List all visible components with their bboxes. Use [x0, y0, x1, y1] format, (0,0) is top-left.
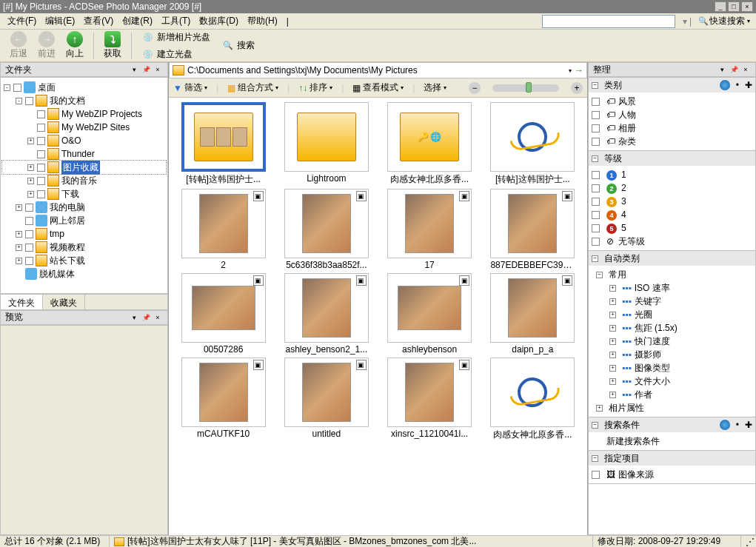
thumbnail-item[interactable]: ▣ashley_benson2_1...: [276, 273, 376, 355]
category-item[interactable]: 🏷杂类: [589, 135, 755, 148]
panel-menu-icon[interactable]: ▾: [129, 64, 139, 75]
expand-icon[interactable]: +: [16, 244, 22, 251]
menu-edit[interactable]: 编辑(E): [41, 13, 79, 29]
tree-item[interactable]: Thunder: [2, 147, 166, 161]
section-header[interactable]: −自动类别: [589, 251, 755, 266]
auto-item[interactable]: +▪▪▪关键字: [589, 295, 755, 308]
panel-menu-icon[interactable]: ▾: [717, 64, 727, 75]
thumbnail-item[interactable]: [转帖]这韩国护士...: [173, 102, 273, 186]
viewmode-button[interactable]: ▦查看模式▾: [352, 81, 404, 94]
group-button[interactable]: ▦组合方式▾: [227, 81, 278, 94]
address-go-icon[interactable]: →: [575, 65, 583, 75]
section-header[interactable]: −等级: [589, 151, 755, 166]
thumbnail-item[interactable]: ▣00507286: [173, 273, 273, 355]
auto-item[interactable]: +▪▪▪作者: [589, 388, 755, 401]
create-disc-button[interactable]: 💿 建立光盘: [138, 47, 215, 62]
tab-folders[interactable]: 文件夹: [1, 295, 43, 309]
auto-item[interactable]: +▪▪▪光圈: [589, 308, 755, 321]
resize-grip[interactable]: ⋰: [741, 536, 756, 547]
nav-get-button[interactable]: ⤵ 获取: [100, 31, 125, 60]
thumbnail-item[interactable]: Lightroom: [276, 102, 376, 186]
new-photo-disc-button[interactable]: 💿 新增相片光盘: [138, 30, 215, 45]
checkbox[interactable]: [25, 230, 33, 238]
auto-item[interactable]: +▪▪▪图像类型: [589, 361, 755, 375]
tree-item[interactable]: 脱机媒体: [2, 267, 166, 281]
expand-icon[interactable]: -: [16, 98, 22, 104]
rating-item[interactable]: 55: [589, 221, 755, 235]
checkbox[interactable]: [13, 84, 21, 92]
maximize-button[interactable]: □: [728, 1, 740, 12]
thumbnail-item[interactable]: ▣5c636f38b3aa852f...: [276, 189, 376, 270]
zoom-out-icon[interactable]: −: [469, 82, 481, 94]
menu-file[interactable]: 文件(F): [3, 13, 41, 29]
zoom-in-icon[interactable]: +: [571, 82, 583, 94]
address-dropdown-icon[interactable]: ▾: [569, 67, 572, 74]
checkbox[interactable]: [25, 97, 33, 105]
thumbnail-item[interactable]: ▣untitled: [276, 358, 376, 441]
menu-view[interactable]: 查看(V): [79, 13, 118, 29]
address-input[interactable]: [187, 65, 566, 75]
checkbox[interactable]: [37, 137, 45, 145]
thumbnail-item[interactable]: ▣887EDEBBEFC39EB3...: [483, 189, 583, 270]
checkbox[interactable]: [37, 124, 45, 132]
checkbox[interactable]: [25, 217, 33, 225]
rating-item[interactable]: 22: [589, 181, 755, 195]
category-item[interactable]: 🏷人物: [589, 108, 755, 121]
auto-item[interactable]: +▪▪▪摄影师: [589, 348, 755, 361]
panel-pin-icon[interactable]: 📌: [141, 312, 151, 323]
menu-create[interactable]: 创建(R): [118, 13, 157, 29]
tree-item[interactable]: 网上邻居: [2, 214, 166, 227]
category-item[interactable]: 🏷风景: [589, 95, 755, 108]
nav-back-button[interactable]: ← 后退: [6, 31, 31, 60]
thumbnail-item[interactable]: 🔑🌐肉感女神北原多香...: [380, 102, 480, 186]
add-icon[interactable]: ✚: [745, 80, 752, 90]
thumbnail-item[interactable]: ▣2: [173, 189, 273, 270]
panel-menu-icon[interactable]: ▾: [129, 312, 139, 323]
checkbox[interactable]: [37, 190, 45, 198]
panel-close-icon[interactable]: ×: [153, 312, 163, 323]
search-button[interactable]: 🔍 搜索: [218, 38, 259, 53]
tree-item[interactable]: My WebZIP Sites: [2, 121, 166, 134]
quick-search-button[interactable]: 🔍 快速搜索 ▾: [692, 15, 756, 27]
auto-common[interactable]: −常用: [589, 268, 755, 281]
close-button[interactable]: ×: [741, 1, 753, 12]
expand-icon[interactable]: +: [27, 178, 34, 184]
globe-icon[interactable]: [720, 420, 730, 430]
checkbox[interactable]: [37, 164, 45, 172]
filter-button[interactable]: ▼筛选▾: [173, 81, 207, 94]
thumbnail-item[interactable]: ▣ashleybenson: [380, 273, 480, 355]
tree-item[interactable]: +我的音乐: [2, 174, 166, 187]
tree-item[interactable]: +站长下载: [2, 254, 166, 267]
category-item[interactable]: 🏷相册: [589, 121, 755, 135]
tree-item[interactable]: -桌面: [2, 81, 166, 94]
expand-icon[interactable]: +: [27, 138, 34, 144]
checkbox[interactable]: [37, 177, 45, 185]
tree-item[interactable]: +下载: [2, 187, 166, 201]
rating-item[interactable]: 44: [589, 208, 755, 221]
tree-item[interactable]: +tmp: [2, 227, 166, 241]
checkbox[interactable]: [37, 110, 45, 118]
tree-item[interactable]: +视频教程: [2, 241, 166, 254]
sort-button[interactable]: ↑↓排序▾: [298, 81, 332, 94]
rating-none[interactable]: ⊘无等级: [589, 235, 755, 248]
checkbox[interactable]: [25, 204, 33, 212]
tree-item[interactable]: +图片收藏: [2, 161, 166, 174]
expand-icon[interactable]: +: [27, 191, 34, 198]
thumbnail-item[interactable]: [转帖]这韩国护士...: [483, 102, 583, 186]
auto-item[interactable]: +▪▪▪文件大小: [589, 375, 755, 388]
expand-icon[interactable]: -: [4, 84, 10, 91]
nav-forward-button[interactable]: → 前进: [34, 31, 59, 60]
panel-pin-icon[interactable]: 📌: [729, 64, 739, 75]
tree-item[interactable]: -我的文档: [2, 94, 166, 107]
rating-item[interactable]: 11: [589, 168, 755, 181]
panel-close-icon[interactable]: ×: [153, 64, 163, 75]
section-header[interactable]: −指定项目: [589, 451, 755, 466]
menubar-search-input[interactable]: [542, 15, 675, 28]
zoom-slider[interactable]: [492, 84, 559, 92]
rating-item[interactable]: 33: [589, 195, 755, 208]
auto-item[interactable]: +▪▪▪焦距 (1.5x): [589, 321, 755, 335]
section-header[interactable]: −类别•✚: [589, 78, 755, 93]
panel-pin-icon[interactable]: 📌: [141, 64, 151, 75]
menu-tools[interactable]: 工具(T): [157, 13, 195, 29]
expand-icon[interactable]: +: [16, 258, 22, 264]
